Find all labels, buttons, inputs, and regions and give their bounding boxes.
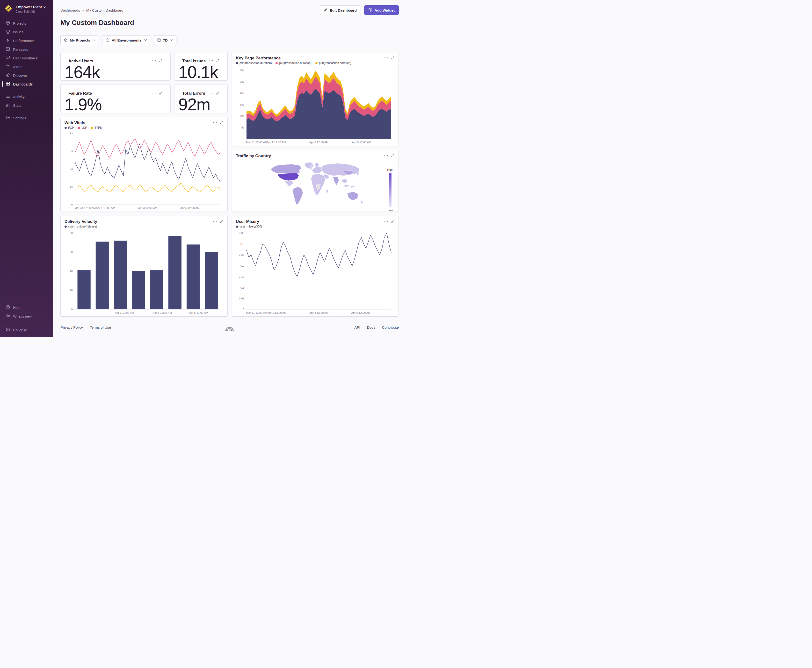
legend-label: LCP [82,126,87,129]
sidebar-item-label: Releases [13,47,28,52]
widget-expand-button[interactable] [391,56,395,60]
widget-total-issues: Total Issues 10.1k [174,52,228,81]
widget-expand-button[interactable] [159,91,162,95]
contribute-link[interactable]: Contribute [382,325,399,329]
widget-menu-button[interactable] [152,91,156,95]
sidebar-item-label: Discover [13,73,27,77]
sidebar-item-projects[interactable]: Projects [0,19,53,28]
web-vitals-chart[interactable]: 01s2s3s4sMar 31 12:00 AMApr 1 12:00 AMAp… [64,131,224,210]
chevron-right-icon [82,9,84,12]
help-icon [5,305,10,310]
api-link[interactable]: API [354,325,360,329]
widget-title: User Misery [236,219,382,224]
key-page-performance-chart[interactable]: 05s10s15s20s25s30sMar 31 12:00 AMApr 1 1… [236,68,395,145]
docs-link[interactable]: Docs [367,325,375,329]
projects-filter[interactable]: My Projects [60,35,99,45]
legend-label: p75(transaction.duration) [279,61,311,65]
svg-text:Apr 3 12:00 AM: Apr 3 12:00 AM [309,141,328,144]
big-number-value: 92m [178,96,224,113]
dashboards-grid-icon [5,82,10,87]
svg-text:0.05: 0.05 [239,297,244,300]
svg-text:Apr 1 12:00 AM: Apr 1 12:00 AM [266,141,286,144]
sidebar-item-settings[interactable]: Settings [0,114,53,122]
widget-menu-button[interactable] [213,120,217,125]
sidebar-bottom: Help What's new Collapse [0,303,53,334]
widget-failure-rate: Failure Rate 1.9% [60,85,171,113]
widget-menu-button[interactable] [209,59,213,63]
sidebar-item-alerts[interactable]: Alerts [0,62,53,71]
privacy-policy-link[interactable]: Privacy Policy [60,325,83,329]
widget-expand-button[interactable] [216,59,220,63]
chart-legend: user_misery(300) [232,224,398,228]
sidebar-item-dashboards[interactable]: Dashboards [0,80,53,89]
country-mexico [284,180,293,187]
world-map-choropleth[interactable] [264,160,367,208]
sidebar-item-issues[interactable]: Issues [0,28,53,36]
svg-text:15s: 15s [240,103,244,106]
projects-filter-label: My Projects [70,38,90,42]
sidebar-item-help[interactable]: Help [0,303,53,312]
chevron-down-icon [93,39,95,41]
big-number-value: 1.9% [65,96,166,113]
legend-label: FCP [68,126,74,129]
widget-menu-button[interactable] [384,219,388,224]
calendar-icon [157,38,161,42]
svg-text:Apr 1 12:00 AM: Apr 1 12:00 AM [96,207,115,209]
environments-filter-label: All Environments [112,38,141,42]
widget-menu-button[interactable] [152,59,156,63]
sidebar-item-user-feedback[interactable]: User Feedback [0,53,53,62]
delivery-velocity-chart[interactable]: 020406080Apr 1 12:00 AMApr 3 12:00 AMApr… [64,230,224,315]
sidebar-collapse-button[interactable]: Collapse [0,324,53,334]
widget-expand-button[interactable] [391,220,395,223]
widget-menu-button[interactable] [384,56,388,60]
projects-filter-icon [64,38,68,42]
activity-list-icon [5,94,10,99]
svg-text:0.1: 0.1 [241,286,244,289]
svg-text:Apr 3 12:00 AM: Apr 3 12:00 AM [138,207,157,209]
widget-expand-button[interactable] [216,91,220,95]
sidebar-item-stats[interactable]: Stats [0,101,53,110]
svg-text:0.15: 0.15 [239,275,244,278]
svg-text:10s: 10s [240,114,244,117]
projects-icon [5,20,10,26]
widget-menu-button[interactable] [209,91,213,95]
sidebar-item-label: Projects [13,21,26,25]
chart-legend: count_unique(release) [61,224,228,228]
collapse-chevron-icon [5,327,10,332]
widget-menu-button[interactable] [213,219,217,224]
widget-title: Web Vitals [65,120,211,125]
edit-dashboard-button[interactable]: Edit Dashboard [320,5,361,15]
sidebar-item-whats-new[interactable]: What's new [0,312,53,321]
widget-menu-button[interactable] [384,154,388,158]
org-logo-icon [4,4,13,14]
edit-dashboard-label: Edit Dashboard [330,8,357,12]
sidebar-item-performance[interactable]: Performance [0,36,53,45]
sidebar-item-discover[interactable]: Discover [0,71,53,80]
widget-expand-button[interactable] [220,220,224,223]
sentry-logo [224,324,235,333]
widget-expand-button[interactable] [159,59,162,63]
user-misery-chart[interactable]: 00.050.10.150.20.250.30.35Mar 31 12:00 A… [236,230,395,315]
svg-text:25s: 25s [240,80,244,83]
chart-legend: FCP LCP TTFB [61,125,228,129]
date-range-filter[interactable]: 7D [154,35,176,45]
sidebar-item-releases[interactable]: Releases [0,45,53,53]
widget-traffic-by-country: Traffic by Country [232,150,399,212]
country-australia [347,192,358,200]
add-widget-button[interactable]: Add Widget [364,5,399,15]
terms-of-use-link[interactable]: Terms of Use [90,325,111,329]
page-footer: Privacy Policy Terms of Use API Docs Con… [53,317,406,336]
environments-filter[interactable]: All Environments [102,35,150,45]
legend-label: user_misery(300) [239,225,262,228]
breadcrumb-dashboards-link[interactable]: Dashboards [60,8,80,12]
sidebar-item-activity[interactable]: Activity [0,92,53,101]
sidebar-item-label: Help [13,306,20,310]
svg-text:Apr 5 12:00 AM: Apr 5 12:00 AM [180,207,199,209]
widget-expand-button[interactable] [391,154,395,157]
org-switcher[interactable]: Empower Plant Jane Schmidt [0,0,53,17]
chevron-down-icon [144,39,147,41]
country-canada [271,164,301,174]
bar-chart-icon [5,103,10,108]
region-indonesia [344,185,350,187]
widget-expand-button[interactable] [220,121,224,124]
